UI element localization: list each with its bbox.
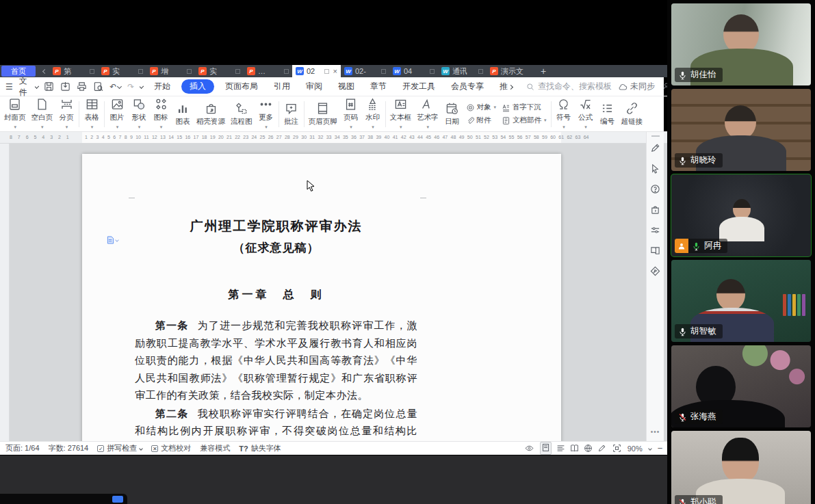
document-page[interactable]: 广州理工学院职称评审办法 （征求意见稿） 第一章 总 则 第一条为了进一步规范和… bbox=[82, 154, 561, 441]
participant-tile-2[interactable]: 胡晓玲 bbox=[671, 89, 811, 171]
word-art-button[interactable]: 艺术字 bbox=[414, 98, 441, 130]
text-box-button[interactable]: 文本框 bbox=[387, 98, 415, 130]
menu-item-section[interactable]: 章节 bbox=[365, 79, 391, 94]
menu-item-view[interactable]: 视图 bbox=[333, 79, 359, 94]
drop-cap-button[interactable]: 首字下沉 bbox=[502, 103, 547, 112]
document-tab-2[interactable]: P实 bbox=[98, 65, 146, 77]
flowchart-button[interactable]: 流程图 bbox=[228, 102, 255, 127]
print-icon[interactable] bbox=[77, 81, 87, 92]
document-tab-5[interactable]: P… bbox=[244, 65, 292, 77]
zoom-out-button[interactable]: − bbox=[658, 443, 663, 453]
numbering-button[interactable]: 编号 bbox=[597, 102, 619, 127]
document-tab-1[interactable]: P第 bbox=[49, 65, 98, 77]
formula-button[interactable]: 公式 bbox=[575, 98, 597, 130]
docer-store-icon[interactable] bbox=[650, 204, 660, 215]
document-tab-10[interactable]: P演示文 bbox=[487, 65, 535, 77]
comment-button[interactable]: 批注 bbox=[281, 102, 302, 127]
menu-item-member[interactable]: 会员专享 bbox=[446, 79, 489, 94]
blank-page-button[interactable]: 空白页 bbox=[29, 98, 56, 130]
redo-icon[interactable]: ↷ bbox=[127, 82, 134, 92]
shape-button[interactable]: 形状 bbox=[128, 98, 150, 130]
page-number-button[interactable]: 页码 bbox=[340, 98, 362, 130]
participant-tile-6[interactable]: 郑小聪 bbox=[671, 431, 811, 504]
picture-button[interactable]: 图片 bbox=[106, 98, 128, 130]
spell-check-toggle[interactable]: ✓拼写检查 bbox=[97, 443, 142, 453]
word-count[interactable]: 字数: 27614 bbox=[49, 443, 89, 453]
menu-item-dev-tools[interactable]: 开发工具 bbox=[398, 79, 440, 94]
select-cursor-icon[interactable] bbox=[650, 163, 660, 174]
chart-button[interactable]: 图表 bbox=[172, 102, 194, 127]
participant-tile-5[interactable]: 张海燕 bbox=[671, 345, 811, 427]
document-tab-9[interactable]: W通讯 bbox=[438, 65, 487, 77]
page-view-mode-button[interactable] bbox=[540, 442, 552, 455]
participant-tile-4[interactable]: 胡智敏 bbox=[671, 260, 811, 342]
pen-tools-button[interactable] bbox=[597, 444, 606, 453]
menu-item-insert[interactable]: 插入 bbox=[181, 79, 214, 94]
menu-item-start[interactable]: 开始 bbox=[149, 79, 175, 94]
fit-page-icon[interactable] bbox=[612, 444, 621, 453]
sync-status[interactable]: 未同步 bbox=[618, 81, 655, 92]
symbol-button[interactable]: 符号 bbox=[553, 98, 575, 130]
file-menu-chevron-icon[interactable] bbox=[35, 84, 39, 88]
document-tab-3[interactable]: P增 bbox=[146, 65, 195, 77]
header-footer-button[interactable]: 页眉页脚 bbox=[306, 102, 340, 127]
print-preview-icon[interactable] bbox=[93, 81, 103, 92]
missing-font-button[interactable]: T?缺失字体 bbox=[239, 443, 281, 453]
new-tab-button[interactable]: + bbox=[541, 66, 546, 77]
command-search[interactable]: 查找命令、搜索模板 bbox=[526, 81, 612, 92]
eye-protection-icon[interactable] bbox=[525, 444, 534, 453]
proofread-button[interactable]: ✕文档校对 bbox=[151, 443, 191, 453]
document-canvas[interactable]: 广州理工学院职称评审办法 （征求意见稿） 第一章 总 则 第一条为了进一步规范和… bbox=[0, 144, 758, 441]
edit-pen-icon[interactable] bbox=[650, 143, 660, 153]
participant-tile-active-speaker[interactable]: 阿冉 bbox=[671, 174, 811, 256]
hyperlink-button[interactable]: 超链接 bbox=[619, 102, 646, 127]
menu-item-review[interactable]: 审阅 bbox=[301, 79, 327, 94]
navigation-icon[interactable] bbox=[650, 266, 660, 276]
table-button[interactable]: 表格 bbox=[81, 98, 103, 130]
menu-item-page-layout[interactable]: 页面布局 bbox=[220, 79, 263, 94]
document-tab-8[interactable]: W04 bbox=[389, 65, 438, 77]
close-tab-icon[interactable]: × bbox=[333, 67, 337, 75]
compatibility-mode-label[interactable]: 兼容模式 bbox=[200, 443, 230, 453]
zoom-level[interactable]: 90% bbox=[628, 445, 643, 453]
document-tab-active[interactable]: W02× bbox=[292, 65, 341, 77]
participant-tile-1[interactable]: 胡佳怡 bbox=[671, 3, 811, 85]
page-break-button[interactable]: 分页 bbox=[55, 98, 77, 130]
icon-library-button[interactable]: 图标 bbox=[150, 98, 172, 130]
more-insert-button[interactable]: 更多 bbox=[255, 98, 277, 130]
object-button[interactable]: 对象 bbox=[466, 103, 497, 112]
book-view-button[interactable] bbox=[570, 444, 579, 453]
date-button[interactable]: 日期 bbox=[441, 102, 463, 127]
document-tab-7[interactable]: W02- bbox=[341, 65, 389, 77]
cover-page-button[interactable]: 封面页 bbox=[1, 98, 29, 130]
web-view-button[interactable] bbox=[584, 444, 593, 453]
read-mode-icon[interactable] bbox=[650, 246, 660, 256]
document-tab-4[interactable]: P实 bbox=[195, 65, 244, 77]
menu-item-references[interactable]: 引用 bbox=[269, 79, 295, 94]
tab-scroll-left-icon[interactable] bbox=[40, 70, 49, 73]
settings-sliders-icon[interactable] bbox=[650, 225, 660, 235]
smart-tag-icon[interactable] bbox=[107, 236, 118, 244]
export-icon[interactable] bbox=[60, 81, 70, 92]
document-text[interactable]: 广州理工学院职称评审办法 （征求意见稿） 第一章 总 则 第一条为了进一步规范和… bbox=[135, 195, 417, 441]
strip-more-icon[interactable]: ••• bbox=[647, 428, 664, 436]
document-parts-button[interactable]: 文档部件 bbox=[502, 116, 547, 125]
docer-resources-button[interactable]: 稻壳资源 bbox=[194, 102, 228, 127]
page-indicator[interactable]: 页面: 1/64 bbox=[5, 443, 40, 453]
help-icon[interactable] bbox=[650, 184, 660, 194]
horizontal-ruler[interactable]: 8 7 6 5 4 3 2 1 1 2 3 4 5 6 7 8 9 10 11 … bbox=[0, 132, 758, 144]
hamburger-menu-icon[interactable]: ☰ bbox=[5, 82, 13, 92]
strip-drag-handle[interactable] bbox=[651, 135, 660, 137]
outline-view-button[interactable] bbox=[556, 444, 565, 453]
quick-access-more-icon[interactable] bbox=[140, 84, 144, 88]
table-icon bbox=[86, 98, 99, 111]
undo-icon[interactable]: ↶ bbox=[109, 82, 121, 92]
attachment-button[interactable]: 附件 bbox=[466, 116, 497, 125]
screen-share-overlay-bar[interactable] bbox=[0, 494, 127, 504]
save-icon[interactable] bbox=[44, 81, 54, 92]
watermark-button[interactable]: 水印 bbox=[362, 98, 384, 130]
file-menu[interactable]: 文件 bbox=[19, 75, 29, 98]
vertical-ruler[interactable] bbox=[0, 144, 10, 441]
menu-item-promo[interactable]: 推 bbox=[495, 79, 517, 94]
zoom-preset-chevron-icon[interactable] bbox=[648, 447, 652, 451]
